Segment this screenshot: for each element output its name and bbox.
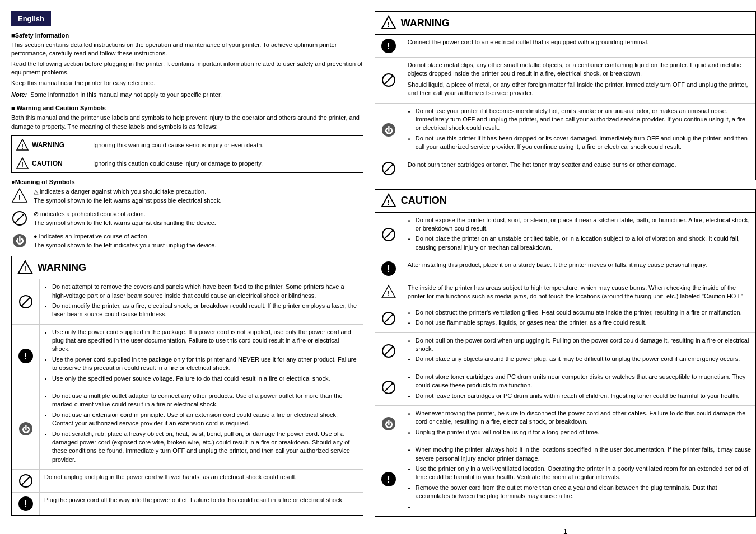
caution-row: Do not store toner cartridges and PC dru…: [375, 369, 755, 406]
warning-row: ! Plug the power cord all the way into t…: [12, 493, 363, 515]
caution-row: ! The inside of the printer has areas su…: [375, 280, 755, 305]
caution-row: ! When moving the printer, always hold i…: [375, 442, 755, 516]
row-content: Do not unplug and plug in the power cord…: [40, 470, 363, 492]
warning-description: Ignoring this warning could cause seriou…: [88, 136, 363, 154]
caution-symbol-cell: ! CAUTION: [16, 157, 83, 170]
row-icon-exclaim: !: [375, 257, 403, 280]
meaning-row-plug: ⏻ ● indicates an imperative course of ac…: [11, 232, 363, 250]
svg-line-31: [384, 164, 393, 173]
row-content: Do not place metal clips, any other smal…: [403, 58, 755, 103]
row-icon-circle-slash: [375, 58, 403, 103]
svg-line-43: [384, 346, 393, 355]
warning-rows-left: Do not attempt to remove the covers and …: [12, 279, 363, 515]
safety-para-2: Read the following section before pluggi…: [11, 60, 363, 77]
warning-row: ! Connect the power cord to an electrica…: [375, 35, 755, 58]
svg-line-41: [384, 314, 393, 323]
warning-row: Do not place metal clips, any other smal…: [375, 58, 755, 104]
meaning-text-triangle: △ indicates a danger against which you s…: [34, 188, 363, 205]
row-icon-exclaim: !: [12, 493, 40, 515]
svg-line-13: [21, 297, 30, 306]
warning-symbol-cell: ! WARNING: [16, 139, 83, 151]
svg-line-45: [384, 383, 393, 392]
row-icon-circle-slash: [375, 369, 403, 405]
caution-box-title: CAUTION: [401, 195, 447, 207]
row-icon-circle-slash: [12, 279, 40, 324]
warning-header-icon: !: [17, 260, 33, 275]
row-content: The inside of the printer has areas subj…: [403, 280, 755, 305]
warning-triangle-icon: !: [16, 139, 29, 151]
caution-rows: Do not expose the printer to dust, soot,…: [375, 213, 755, 516]
row-content: Do not obstruct the printer's ventilatio…: [403, 305, 755, 332]
caution-header-icon: !: [381, 193, 396, 209]
row-content: Use only the power cord supplied in the …: [40, 325, 363, 388]
meaning-text-circle-slash: ⊘ indicates a prohibited course of actio…: [34, 210, 363, 227]
warning-row: ! Use only the power cord supplied in th…: [12, 325, 363, 388]
svg-line-7: [15, 213, 25, 223]
row-content: Do not pull on the power cord when unplu…: [403, 333, 755, 369]
safety-note: Note: Some information in this manual ma…: [11, 91, 363, 99]
svg-line-35: [384, 230, 393, 239]
page-number: 1: [375, 528, 756, 534]
svg-text:⏻: ⏻: [385, 420, 393, 429]
row-icon-plug: ⏻: [375, 406, 403, 442]
svg-text:!: !: [388, 20, 390, 29]
row-content: After installing this product, place it …: [403, 257, 755, 280]
caution-box: ! CAUTION Do not expose the printe: [375, 189, 756, 517]
meaning-section: ●Meaning of Symbols ! △ indicates a dang…: [11, 179, 363, 250]
svg-text:!: !: [18, 194, 21, 202]
warning-label: WARNING: [32, 141, 64, 149]
row-icon-circle-slash: [375, 333, 403, 369]
safety-title: ■Safety Information: [11, 32, 363, 39]
table-row: ! CAUTION Ignoring this caution could ca…: [12, 154, 363, 173]
safety-para-1: This section contains detailed instructi…: [11, 41, 363, 58]
svg-text:!: !: [24, 265, 26, 273]
warning-box-right: ! WARNING ! Connect the power cord to an…: [375, 11, 756, 180]
row-content: Plug the power cord all the way into the…: [40, 493, 363, 515]
row-content: Connect the power cord to an electrical …: [403, 35, 755, 57]
row-content: Do not expose the printer to dust, soot,…: [403, 213, 755, 257]
row-content: Do not use your printer if it becomes in…: [403, 104, 755, 157]
meaning-text-plug: ● indicates an imperative course of acti…: [34, 232, 363, 250]
table-row: ! WARNING Ignoring this warning could ca…: [12, 136, 363, 154]
warning-box-right-title: WARNING: [401, 17, 450, 29]
svg-text:!: !: [388, 41, 390, 51]
row-content: Whenever moving the printer, be sure to …: [403, 406, 755, 442]
caution-row: ⏻ Whenever moving the printer, be sure t…: [375, 406, 755, 442]
warning-row: ⏻ Do not use your printer if it becomes …: [375, 104, 755, 157]
warning-row: Do not unplug and plug in the power cord…: [12, 470, 363, 493]
caution-triangle-icon: !: [16, 157, 29, 170]
caution-row: Do not obstruct the printer's ventilatio…: [375, 305, 755, 333]
svg-text:!: !: [24, 352, 27, 361]
svg-text:!: !: [388, 475, 390, 484]
meaning-title: ●Meaning of Symbols: [11, 179, 363, 185]
row-icon-circle-slash: [12, 470, 40, 492]
meaning-row-circle-slash: ⊘ indicates a prohibited course of actio…: [11, 210, 363, 228]
warning-box-left: ! WARNING Do not attempt to remove: [11, 256, 363, 516]
language-header: English: [11, 11, 51, 26]
safety-section: ■Safety Information This section contain…: [11, 32, 363, 99]
right-column: ! WARNING ! Connect the power cord to an…: [375, 11, 756, 534]
warning-row: ⏻ Do not use a multiple outlet adapter t…: [12, 388, 363, 470]
svg-text:!: !: [388, 264, 390, 274]
row-icon-exclaim: !: [375, 35, 403, 57]
wc-symbols-intro: Both this manual and the printer use lab…: [11, 114, 363, 131]
svg-text:⏻: ⏻: [16, 236, 24, 245]
row-content: Do not burn toner cartridges or toner. T…: [403, 157, 755, 180]
row-icon-circle-slash: [375, 213, 403, 257]
row-content: Do not attempt to remove the covers and …: [40, 279, 363, 324]
svg-line-19: [21, 476, 30, 485]
row-icon-plug: ⏻: [12, 388, 40, 469]
warning-row: Do not burn toner cartridges or toner. T…: [375, 157, 755, 180]
svg-text:⏻: ⏻: [385, 126, 393, 135]
row-icon-plug: ⏻: [375, 104, 403, 157]
note-text: Some information in this manual may not …: [30, 91, 222, 98]
svg-text:!: !: [388, 290, 390, 298]
svg-text:!: !: [388, 198, 390, 207]
caution-header: ! CAUTION: [375, 190, 755, 213]
meaning-row-triangle: ! △ indicates a danger against which you…: [11, 188, 363, 205]
triangle-icon: !: [11, 188, 28, 205]
warning-caution-symbols: ■ Warning and Caution Symbols Both this …: [11, 105, 363, 173]
warning-box-right-header: ! WARNING: [375, 12, 755, 35]
plug-icon: ⏻: [11, 232, 28, 250]
caution-description: Ignoring this caution could cause injury…: [88, 154, 363, 173]
